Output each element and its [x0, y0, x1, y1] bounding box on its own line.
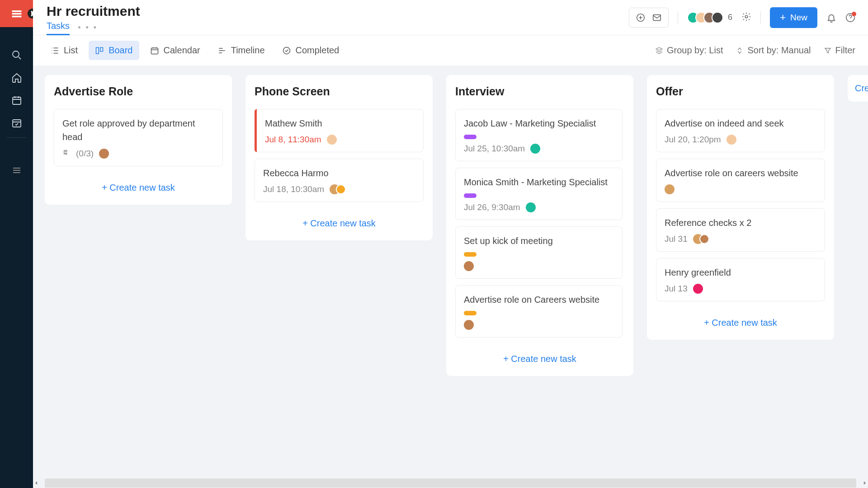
avatar-count: 6: [728, 13, 732, 22]
sort-by[interactable]: Sort by: Manual: [736, 45, 811, 56]
gear-icon[interactable]: [741, 12, 751, 23]
column-advertise-role: Advertise Role Get role approved by depa…: [45, 75, 232, 205]
member-avatars[interactable]: 6: [687, 12, 732, 23]
svg-point-10: [283, 47, 290, 54]
hamburger-icon[interactable]: [11, 165, 22, 178]
column-offer: Offer Advertise on indeed and seek Jul 2…: [647, 75, 834, 340]
view-list[interactable]: List: [44, 41, 84, 60]
task-card[interactable]: Rebecca Harmo Jul 18, 10:30am: [255, 159, 424, 202]
scroll-right-icon[interactable]: [862, 480, 868, 486]
card-title: Reference checks x 2: [665, 216, 816, 230]
svg-point-5: [745, 15, 748, 18]
create-task-button[interactable]: + Create new task: [455, 354, 624, 364]
assignee-avatar: [726, 135, 736, 145]
column-title: Phone Screen: [255, 85, 424, 98]
home-icon[interactable]: [11, 72, 22, 83]
card-title: Rebecca Harmo: [263, 166, 415, 180]
card-date: Jul 20, 1:20pm: [665, 135, 721, 145]
column-phone-screen: Phone Screen Mathew Smith Jul 8, 11:30am…: [245, 75, 433, 240]
task-card[interactable]: Jacob Law - Marketing Specialist Jul 25,…: [455, 109, 623, 161]
tabs-more-icon[interactable]: • • •: [78, 23, 98, 33]
assignee-avatar: [464, 320, 474, 330]
group-by[interactable]: Group by: List: [655, 45, 723, 56]
assignee-avatar: [699, 234, 709, 244]
header-action-box: [629, 8, 669, 28]
search-icon[interactable]: [11, 50, 22, 61]
tab-tasks[interactable]: Tasks: [47, 21, 70, 35]
create-column-button[interactable]: Create: [848, 75, 868, 102]
rail-divider: [7, 137, 27, 138]
app-logo[interactable]: [0, 0, 33, 27]
new-button-label: New: [790, 13, 807, 23]
create-task-button[interactable]: + Create new task: [656, 318, 825, 328]
card-title: Mathew Smith: [265, 117, 415, 130]
card-label-pill: [464, 193, 476, 198]
view-label: Completed: [296, 45, 340, 56]
svg-rect-7: [96, 47, 99, 53]
create-task-button[interactable]: + Create new task: [255, 218, 424, 229]
assignee-avatar: [336, 184, 346, 194]
header-divider: [678, 11, 678, 24]
view-calendar[interactable]: Calendar: [144, 41, 207, 60]
task-card[interactable]: Get role approved by department head (0/…: [54, 109, 223, 166]
add-circle-icon[interactable]: [636, 13, 646, 23]
schedule-icon[interactable]: [11, 117, 22, 128]
assignee-avatar: [464, 261, 474, 271]
card-title: Advertise role on Careers website: [464, 293, 614, 306]
subtask-icon: [62, 148, 71, 159]
view-toolbar: List Board Calendar Timeline Completed G…: [33, 35, 868, 66]
task-card[interactable]: Advertise on indeed and seek Jul 20, 1:2…: [656, 109, 825, 152]
create-task-button[interactable]: + Create new task: [54, 183, 223, 193]
column-interview: Interview Jacob Law - Marketing Speciali…: [446, 75, 633, 376]
view-timeline[interactable]: Timeline: [211, 41, 271, 60]
task-card[interactable]: Mathew Smith Jul 8, 11:30am: [255, 109, 424, 152]
card-date: Jul 25, 10:30am: [464, 144, 525, 154]
task-card[interactable]: Set up kick of meeting: [455, 226, 623, 279]
card-date: Jul 31: [665, 234, 688, 244]
column-title: Offer: [656, 85, 825, 98]
left-nav-rail: [0, 0, 33, 488]
svg-rect-2: [13, 120, 21, 127]
view-label: List: [64, 45, 78, 56]
task-card[interactable]: Advertise role on Careers website: [455, 285, 623, 338]
card-date: Jul 8, 11:30am: [265, 135, 321, 145]
assignee-avatar: [530, 144, 540, 154]
view-completed[interactable]: Completed: [276, 41, 346, 60]
view-label: Board: [108, 45, 132, 56]
assignee-avatar: [327, 135, 337, 145]
board[interactable]: Advertise Role Get role approved by depa…: [33, 66, 868, 488]
card-title: Advertise on indeed and seek: [665, 117, 816, 130]
card-label-pill: [464, 311, 476, 315]
mail-icon[interactable]: [652, 13, 662, 23]
new-button[interactable]: +New: [770, 7, 817, 28]
filter[interactable]: Filter: [824, 45, 855, 56]
avatar: [712, 12, 723, 23]
task-card[interactable]: Henry greenfield Jul 13: [656, 258, 825, 301]
groupby-label: Group by: List: [667, 45, 723, 56]
card-title: Monica Smith - Marketing Specialist: [464, 175, 614, 189]
task-card[interactable]: Reference checks x 2 Jul 31: [656, 208, 825, 252]
calendar-icon[interactable]: [11, 95, 22, 106]
assignee-avatar: [693, 284, 703, 294]
header-divider: [760, 11, 761, 24]
help-icon[interactable]: [845, 13, 855, 23]
bell-icon[interactable]: [826, 13, 836, 23]
card-date: Jul 13: [665, 284, 688, 294]
card-title: Set up kick of meeting: [464, 234, 614, 248]
card-title: Advertise role on careers website: [665, 166, 816, 180]
page-title: Hr recruitment: [47, 4, 140, 19]
scroll-left-icon[interactable]: [33, 480, 39, 486]
view-label: Timeline: [231, 45, 265, 56]
card-date: Jul 26, 9:30am: [464, 202, 520, 212]
task-card[interactable]: Monica Smith - Marketing Specialist Jul …: [455, 168, 623, 220]
scrollbar-track[interactable]: [45, 479, 856, 488]
task-card[interactable]: Advertise role on careers website: [656, 159, 825, 202]
svg-rect-11: [66, 150, 67, 152]
horizontal-scrollbar[interactable]: [33, 478, 868, 488]
view-board[interactable]: Board: [89, 41, 139, 60]
svg-rect-1: [13, 97, 21, 104]
view-label: Calendar: [164, 45, 200, 56]
column-title: Advertise Role: [54, 85, 223, 98]
svg-rect-8: [100, 47, 103, 51]
card-label-pill: [464, 252, 476, 257]
